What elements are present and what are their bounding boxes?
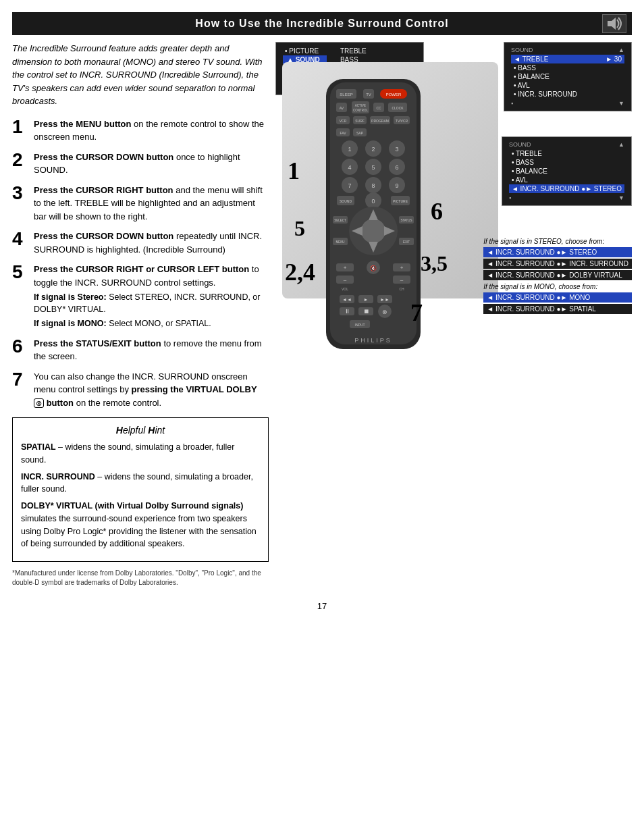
step-label-24: 2,4: [285, 258, 315, 286]
sound-nav-up: SOUND: [511, 47, 533, 53]
svg-text:5: 5: [371, 164, 375, 171]
sp2-avl: • AVL: [509, 176, 624, 184]
step-5-bold: Press the CURSOR RIGHT or CURSOR LEFT bu…: [34, 264, 249, 274]
sound-panel-2-title: SOUND: [509, 141, 531, 148]
svg-text:+: +: [344, 265, 347, 271]
svg-text:STATUS: STATUS: [400, 219, 412, 222]
step-label-35: 3,5: [421, 251, 448, 276]
svg-text:ACTIVE: ACTIVE: [355, 104, 366, 107]
sound-panel-1-nav-bottom: ▪ ▼: [511, 100, 624, 107]
svg-text:⊗: ⊗: [382, 309, 387, 315]
main-content: The Incredible Surround feature adds gre…: [0, 35, 644, 594]
sound-panel-1: SOUND ▲ ◄ TREBLE ► 30 • BASS • BALANCE •…: [504, 42, 632, 111]
footnote: *Manufactured under license from Dolby L…: [12, 569, 269, 588]
step-3-text: Press the CURSOR RIGHT button and the me…: [34, 184, 269, 224]
svg-point-55: [361, 219, 385, 243]
page-number: 17: [0, 601, 644, 611]
sound-balance-row: • BALANCE: [511, 72, 624, 81]
svg-marker-0: [608, 18, 616, 30]
step-6-bold: Press the STATUS/EXIT button: [34, 338, 161, 348]
svg-text:🔇: 🔇: [370, 265, 377, 271]
svg-text:8: 8: [371, 182, 375, 189]
svg-text:4: 4: [348, 164, 351, 171]
svg-text:TV/VCR: TV/VCR: [396, 119, 408, 123]
sound-incr-row: • INCR. SURROUND: [511, 90, 624, 99]
svg-text:6: 6: [395, 164, 398, 171]
visual-area: • PICTURE ▲ SOUND • FEATURES • INSTALL T…: [275, 42, 632, 325]
svg-text:PHILIPS: PHILIPS: [354, 337, 392, 344]
step-4-text: Press the CURSOR DOWN button repeatedly …: [34, 230, 269, 256]
svg-text:SURF: SURF: [355, 119, 365, 123]
svg-text:EXIT: EXIT: [403, 240, 410, 244]
hint-h2: H: [148, 425, 155, 436]
step-1-text: Press the MENU button on the remote cont…: [34, 118, 269, 144]
svg-text:SELECT: SELECT: [334, 219, 346, 222]
steps-container: 1 Press the MENU button on the remote co…: [12, 118, 269, 410]
left-column: The Incredible Surround feature adds gre…: [12, 42, 269, 588]
svg-text:1: 1: [348, 146, 351, 153]
stereo-signal-label: If the signal is in STEREO, choose from:: [483, 238, 632, 245]
hint-content: SPATIAL – widens the sound, simulating a…: [21, 441, 260, 550]
sound-bass-row: • BASS: [511, 63, 624, 72]
step-label-7: 7: [410, 298, 423, 327]
step-2-text: Press the CURSOR DOWN button once to hig…: [34, 151, 269, 177]
sp2-bass: • BASS: [509, 158, 624, 167]
step-1: 1 Press the MENU button on the remote co…: [12, 118, 269, 144]
tv-menu-picture: • PICTURE: [283, 47, 327, 55]
sound-avl-row: • AVL: [511, 81, 624, 90]
step-label-1: 1: [288, 157, 300, 185]
svg-text:VOL: VOL: [342, 287, 348, 291]
step-7: 7 You can also change the INCR. SURROUND…: [12, 370, 269, 410]
svg-text:SOUND: SOUND: [340, 199, 352, 203]
svg-text:9: 9: [395, 182, 398, 189]
sp2-arrow-down: ▼: [618, 194, 624, 201]
svg-text:TV: TV: [366, 93, 371, 97]
stereo-opt-1: ◄ INCR. SURROUND ●► STEREO: [483, 247, 632, 257]
svg-text:–: –: [400, 277, 404, 283]
stereo-opt-2: ◄ INCR. SURROUND ●► INCR. SURROUND: [483, 259, 632, 269]
step-6: 6 Press the STATUS/EXIT button to remove…: [12, 337, 269, 363]
step-2-number: 2: [12, 151, 28, 170]
step-label-6: 6: [431, 197, 443, 226]
step-4-number: 4: [12, 230, 28, 249]
page-container: How to Use the Incredible Surround Contr…: [0, 12, 644, 611]
svg-text:SLEEP: SLEEP: [340, 93, 352, 97]
sound-nav-arrow-down: ▼: [618, 100, 624, 107]
svg-text:SAP: SAP: [356, 131, 364, 135]
sound-panel-2-nav-top: SOUND ▲: [509, 141, 624, 148]
step-1-bold: Press the MENU button: [34, 119, 131, 129]
svg-text:FAV: FAV: [340, 131, 346, 135]
step-3: 3 Press the CURSOR RIGHT button and the …: [12, 184, 269, 224]
step-label-5: 5: [294, 216, 305, 241]
svg-text:◄◄: ◄◄: [342, 297, 352, 302]
svg-text:–: –: [344, 277, 347, 283]
step-6-number: 6: [12, 337, 28, 356]
sound-panel-2-arrow-up: ▲: [618, 141, 624, 148]
step-7-number: 7: [12, 370, 28, 389]
signal-options-container: If the signal is in STEREO, choose from:…: [483, 238, 632, 314]
tv-menu-treble: TREBLE: [340, 47, 400, 55]
sp2-indicator: ▪: [509, 194, 511, 201]
step-3-bold: Press the CURSOR RIGHT button: [34, 185, 173, 195]
step-5: 5 Press the CURSOR RIGHT or CURSOR LEFT …: [12, 263, 269, 330]
hint-title-text: H: [116, 425, 123, 436]
svg-text:AV: AV: [340, 106, 344, 110]
svg-text:CH: CH: [399, 287, 404, 291]
mono-opt-2: ◄ INCR. SURROUND ●► SPATIAL: [483, 304, 632, 314]
svg-text:CC: CC: [376, 106, 381, 110]
hint-incr: INCR. SURROUND – widens the sound, simul…: [21, 471, 260, 496]
sp2-incr-highlighted: ◄ INCR. SURROUND ●► STEREO: [509, 184, 624, 193]
sound-panel-2: SOUND ▲ • TREBLE • BASS • BALANCE • AVL …: [502, 136, 632, 206]
svg-text:MENU: MENU: [336, 240, 344, 244]
right-column: • PICTURE ▲ SOUND • FEATURES • INSTALL T…: [275, 42, 632, 588]
svg-text:PICTURE: PICTURE: [393, 199, 408, 203]
hint-dolby: DOLBY* VIRTUAL (with Virtual Dolby Surro…: [21, 500, 260, 550]
svg-text:3: 3: [395, 146, 398, 153]
svg-text:POWER: POWER: [386, 93, 402, 97]
svg-text:VCR: VCR: [340, 119, 347, 123]
hint-box: Helpful Hint SPATIAL – widens the sound,…: [12, 417, 269, 562]
svg-text:0: 0: [371, 198, 375, 205]
svg-text:INPUT: INPUT: [355, 323, 365, 327]
sound-nav-indicator: ▪: [511, 100, 513, 107]
step-5-sub-mono: If signal is MONO: Select MONO, or SPATI…: [34, 318, 269, 330]
